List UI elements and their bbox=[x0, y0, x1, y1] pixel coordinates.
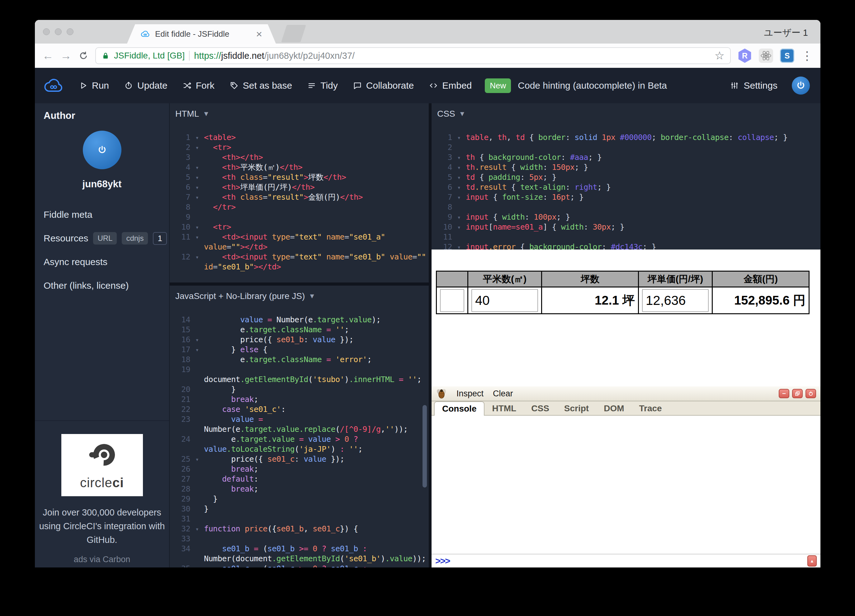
se01a-input[interactable] bbox=[440, 289, 464, 312]
css-panel-header[interactable]: CSS ▼ bbox=[437, 109, 466, 119]
fold-arrow-icon[interactable]: ▾ bbox=[190, 335, 204, 345]
user-avatar[interactable] bbox=[792, 76, 810, 95]
code-line: 30} bbox=[170, 504, 429, 514]
ads-via-carbon-label[interactable]: ads via Carbon bbox=[35, 555, 169, 564]
firebug-bug-icon[interactable] bbox=[436, 388, 447, 399]
fold-arrow-icon[interactable]: ▾ bbox=[190, 162, 204, 172]
html-code-editor[interactable]: 1▾<table>2▾ <tr>3 <th></th>4▾ <th>平米数(㎡)… bbox=[170, 133, 429, 272]
browser-profile-label[interactable]: ユーザー 1 bbox=[764, 27, 808, 39]
ad-caption[interactable]: Join over 300,000 developersusing Circle… bbox=[35, 506, 169, 547]
url-text[interactable]: https://jsfiddle.net/jun68ykt/p2uj40xn/3… bbox=[194, 51, 355, 61]
new-tab-button[interactable] bbox=[281, 25, 306, 42]
column-divider[interactable] bbox=[429, 103, 432, 567]
sidebar-item-fiddle-meta[interactable]: Fiddle meta bbox=[44, 203, 160, 226]
code-line: 35 se01_c = (se01_c >= 0 ? se01_c : bbox=[170, 564, 429, 567]
update-button[interactable]: Update bbox=[124, 80, 167, 91]
extension-r-icon[interactable]: R bbox=[738, 49, 752, 63]
sidebar-item-resources[interactable]: ResourcesURLcdnjs1 bbox=[44, 226, 160, 250]
firebug-tab-script[interactable]: Script bbox=[557, 402, 596, 415]
extension-s-icon[interactable]: S bbox=[780, 49, 794, 63]
unit-price-input[interactable] bbox=[642, 289, 709, 312]
settings-button[interactable]: Settings bbox=[730, 80, 777, 91]
fold-arrow-icon[interactable]: ▾ bbox=[452, 182, 466, 192]
resource-type-badge[interactable]: cdnjs bbox=[122, 232, 148, 245]
sqm-input[interactable] bbox=[471, 289, 538, 312]
console-output-area[interactable] bbox=[432, 416, 820, 554]
panel-divider[interactable] bbox=[170, 283, 429, 286]
collaborate-button[interactable]: Collaborate bbox=[353, 80, 414, 91]
firebug-tab-console[interactable]: Console bbox=[434, 401, 484, 416]
line-number: 4 bbox=[170, 162, 190, 172]
fold-arrow-icon[interactable]: ▾ bbox=[190, 192, 204, 202]
circleci-ad-link[interactable]: circleci bbox=[61, 434, 143, 496]
fold-arrow-icon[interactable]: ▾ bbox=[452, 192, 466, 202]
code-text bbox=[466, 202, 820, 212]
line-number: 28 bbox=[170, 484, 190, 494]
run-button[interactable]: Run bbox=[78, 80, 109, 91]
fold-gutter bbox=[190, 534, 204, 544]
fold-arrow-icon[interactable]: ▾ bbox=[190, 182, 204, 192]
fold-arrow-icon[interactable]: ▾ bbox=[190, 142, 204, 153]
console-command-line[interactable]: >>> ▲ bbox=[432, 554, 820, 567]
firebug-minimize-button[interactable] bbox=[779, 389, 789, 398]
js-panel-header[interactable]: JavaScript + No-Library (pure JS) ▼ bbox=[175, 291, 316, 301]
sidebar-item-other[interactable]: Other (links, license) bbox=[44, 274, 160, 297]
extension-react-icon[interactable] bbox=[759, 49, 773, 63]
fold-arrow-icon[interactable]: ▾ bbox=[452, 172, 466, 182]
html-panel-header[interactable]: HTML ▼ bbox=[175, 109, 210, 119]
browser-menu-icon[interactable]: ⋮ bbox=[801, 49, 813, 63]
forward-icon[interactable]: → bbox=[60, 50, 72, 61]
fold-arrow-icon[interactable]: ▾ bbox=[452, 222, 466, 232]
address-bar[interactable]: JSFiddle, Ltd [GB] https://jsfiddle.net/… bbox=[95, 47, 731, 64]
fold-arrow-icon[interactable]: ▾ bbox=[452, 133, 466, 142]
back-icon[interactable]: ← bbox=[42, 50, 54, 61]
fold-arrow-icon[interactable]: ▾ bbox=[452, 212, 466, 222]
console-run-button[interactable]: ▲ bbox=[808, 555, 817, 567]
sidebar-item-label: Fiddle meta bbox=[44, 209, 92, 220]
fold-arrow-icon[interactable]: ▾ bbox=[452, 153, 466, 162]
css-code-editor[interactable]: 1▾table, th, td { border: solid 1px #000… bbox=[432, 133, 820, 249]
code-line: 17▾ } else { bbox=[170, 345, 429, 355]
fold-arrow-icon[interactable]: ▾ bbox=[190, 345, 204, 355]
close-window-button[interactable] bbox=[43, 28, 50, 35]
jsfiddle-logo-icon[interactable] bbox=[44, 78, 64, 94]
resource-type-badge[interactable]: URL bbox=[93, 232, 117, 245]
browser-tab[interactable]: Edit fiddle - JSFiddle × bbox=[127, 24, 276, 44]
firebug-off-button[interactable] bbox=[806, 389, 816, 398]
fold-gutter bbox=[190, 242, 204, 252]
minimize-window-button[interactable] bbox=[55, 28, 62, 35]
code-line: 1▾<table> bbox=[170, 133, 429, 142]
inspect-menu-item[interactable]: Inspect bbox=[457, 389, 484, 399]
fold-arrow-icon[interactable]: ▾ bbox=[190, 524, 204, 534]
ev-certificate-label[interactable]: JSFiddle, Ltd [GB] bbox=[114, 51, 185, 61]
tab-close-icon[interactable]: × bbox=[256, 29, 262, 39]
reload-icon[interactable] bbox=[78, 51, 89, 61]
firebug-tab-html[interactable]: HTML bbox=[484, 402, 524, 415]
author-avatar[interactable] bbox=[83, 131, 121, 169]
author-username[interactable]: jun68ykt bbox=[44, 179, 160, 190]
fold-arrow-icon[interactable]: ▾ bbox=[190, 222, 204, 232]
embed-button[interactable]: Embed bbox=[429, 80, 472, 91]
fold-arrow-icon[interactable]: ▾ bbox=[452, 242, 466, 249]
fold-arrow-icon[interactable]: ▾ bbox=[452, 162, 466, 172]
firebug-tab-dom[interactable]: DOM bbox=[596, 402, 631, 415]
sidebar-item-async-requests[interactable]: Async requests bbox=[44, 250, 160, 274]
bookmark-star-icon[interactable]: ☆ bbox=[715, 49, 725, 62]
fold-arrow-icon[interactable]: ▾ bbox=[190, 172, 204, 182]
firebug-detach-button[interactable] bbox=[792, 389, 803, 398]
js-editor-scrollbar[interactable] bbox=[423, 405, 427, 488]
beta-notice[interactable]: Code hinting (autocomplete) in Beta bbox=[518, 80, 667, 91]
fold-arrow-icon[interactable]: ▾ bbox=[190, 232, 204, 242]
fold-arrow-icon[interactable]: ▾ bbox=[190, 252, 204, 262]
tidy-button[interactable]: Tidy bbox=[307, 80, 338, 91]
fold-arrow-icon[interactable]: ▾ bbox=[190, 133, 204, 142]
fork-button[interactable]: Fork bbox=[182, 80, 215, 91]
code-text: function price({se01_b, se01_c}) { bbox=[204, 524, 429, 534]
firebug-tab-css[interactable]: CSS bbox=[524, 402, 557, 415]
js-code-editor[interactable]: 14 value = Number(e.target.value);15 e.t… bbox=[170, 315, 429, 567]
clear-menu-item[interactable]: Clear bbox=[493, 389, 513, 399]
fold-arrow-icon[interactable]: ▾ bbox=[190, 454, 204, 464]
firebug-tab-trace[interactable]: Trace bbox=[632, 402, 670, 415]
set-as-base-button[interactable]: Set as base bbox=[230, 80, 292, 91]
zoom-window-button[interactable] bbox=[67, 28, 74, 35]
